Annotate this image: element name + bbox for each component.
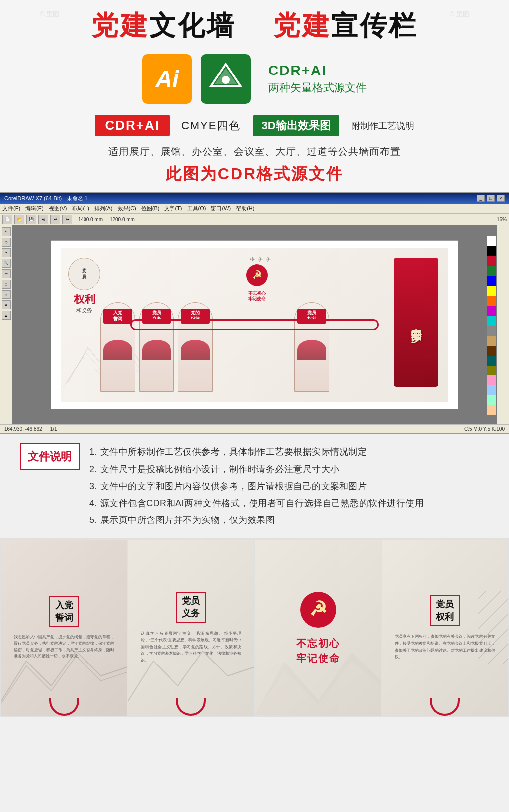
photo-4-title-box: 党员 权利 <box>430 595 460 626</box>
svg-line-16 <box>478 629 508 659</box>
photo-3-slogan: 不忘初心牢记使命 <box>296 636 340 665</box>
menu-file[interactable]: 文件(F) <box>2 205 20 212</box>
swatch-gold[interactable] <box>487 336 496 346</box>
birds-decoration: ✈ ✈ ✈ <box>250 255 271 263</box>
menu-effects[interactable]: 效果(C) <box>118 205 136 212</box>
menu-edit[interactable]: 编辑(E) <box>25 205 44 212</box>
fan-red-4 <box>297 340 326 360</box>
tb-save[interactable]: 💾 <box>26 215 36 224</box>
subtitle-row: 适用展厅、展馆、办公室、会议室、大厅、过道等公共墙面布置 <box>0 140 509 160</box>
photo-2-mountain <box>128 646 254 706</box>
badge-cdr-ai: CDR+AI <box>95 115 170 136</box>
photo-cell-2: 党员 义务 认真学习马克思列宁主义、毛泽东思想、邓小平理论、"三个代表"重要思想… <box>128 540 254 716</box>
tb-open[interactable]: 📂 <box>14 215 24 224</box>
canvas-wrapper: ↖ ◇ ✂ 🔍 ✏ □ ○ A ▲ <box>0 225 509 424</box>
tool-fill[interactable]: ▲ <box>2 311 11 320</box>
tool-crop[interactable]: ✂ <box>2 248 11 257</box>
panel-red-bottom-3 <box>181 340 210 360</box>
fan-panel-1: 入党誓词 <box>100 302 135 392</box>
swatch-gray[interactable] <box>487 326 496 336</box>
svg-line-14 <box>478 599 508 629</box>
fan-panels: 入党誓词 党员义务 <box>100 302 213 392</box>
panel-title-1: 入党誓词 <box>103 309 132 323</box>
swatch-orange[interactable] <box>487 296 496 306</box>
photo-1-subtitle: 誓词 <box>55 612 73 624</box>
photo-3-emblem: ☭ <box>298 590 338 632</box>
swatch-teal[interactable] <box>487 356 496 366</box>
close-btn[interactable]: × <box>497 195 505 202</box>
cdr-format-title: 此图为CDR格式源文件 <box>166 165 343 183</box>
swatch-pink[interactable] <box>487 375 496 385</box>
fan-panel-4-inner: 党员权利 <box>294 302 329 392</box>
swatch-cyan[interactable] <box>487 316 496 326</box>
format-title: CDR+AI <box>268 63 367 78</box>
swatch-black[interactable] <box>487 246 496 256</box>
swatch-lightblue[interactable] <box>487 385 496 395</box>
swatch-white[interactable] <box>487 236 496 246</box>
svg-point-3 <box>222 76 230 84</box>
photo-cell-1: 入党 誓词 我志愿加入中国共产党，拥护党的纲领，遵守党的章程，履行党员义务，执行… <box>1 540 127 716</box>
badge-craft: 附制作工艺说明 <box>351 120 414 132</box>
photo-2-bracket <box>176 698 206 716</box>
swatch-brown[interactable] <box>487 346 496 356</box>
screenshot-section: CorelDRAW X7 (64-Bit) - 未命名-1 _ □ × 文件(F… <box>0 192 509 434</box>
swatch-red[interactable] <box>487 256 496 266</box>
window-buttons: _ □ × <box>477 195 505 202</box>
title-part1: 党建 <box>91 10 149 40</box>
tb-undo[interactable]: ↩ <box>50 215 60 224</box>
tb-print[interactable]: 🖨 <box>38 215 48 224</box>
file-desc-badge: 文件说明 <box>20 443 80 470</box>
panel-lines-1 <box>105 328 130 338</box>
photo-1-content: 入党 誓词 我志愿加入中国共产党，拥护党的纲领，遵守党的章程，履行党员义务，执行… <box>1 540 127 716</box>
corel-title: CorelDRAW X7 (64-Bit) - 未命名-1 <box>4 195 88 202</box>
svg-line-19 <box>478 674 508 704</box>
file-desc-item-4: 4. 源文件包含CDR和AI两种文件格式，使用者可自行选择自己熟悉的软件进行使用 <box>89 495 489 512</box>
menu-text[interactable]: 文字(T) <box>164 205 182 212</box>
menu-tools[interactable]: 工具(O) <box>187 205 206 212</box>
cdr-icon <box>201 54 251 104</box>
tb-new[interactable]: 📄 <box>2 215 12 224</box>
tool-ellipse[interactable]: ○ <box>2 290 11 299</box>
tool-rect[interactable]: □ <box>2 280 11 289</box>
tb-redo[interactable]: ↪ <box>62 215 72 224</box>
menu-help[interactable]: 帮助(H) <box>236 205 254 212</box>
tool-freehand[interactable]: ✏ <box>2 269 11 278</box>
design-canvas: 党员 权利 和义务 <box>51 240 458 409</box>
swatch-mint[interactable] <box>487 395 496 405</box>
photo-4-subtitle: 权利 <box>436 611 454 623</box>
corel-window: CorelDRAW X7 (64-Bit) - 未命名-1 _ □ × 文件(F… <box>0 192 509 434</box>
menu-view[interactable]: 视图(V) <box>49 205 67 212</box>
photo-4-bracket <box>430 698 460 716</box>
swatch-blue[interactable] <box>487 276 496 286</box>
menu-layout[interactable]: 布局(L) <box>72 205 89 212</box>
tool-zoom[interactable]: 🔍 <box>2 259 11 268</box>
swatch-peach[interactable] <box>487 405 496 415</box>
swatch-olive[interactable] <box>487 366 496 375</box>
fan-panel-4: 党员权利 <box>294 302 329 392</box>
svg-line-17 <box>478 644 508 674</box>
tool-text[interactable]: A <box>2 300 11 309</box>
menu-arrange[interactable]: 排列(A) <box>94 205 113 212</box>
photo-2-title: 党员 <box>182 595 200 607</box>
corel-titlebar: CorelDRAW X7 (64-Bit) - 未命名-1 _ □ × <box>0 193 509 204</box>
tool-shape[interactable]: ◇ <box>2 238 11 247</box>
photo-1-title-box: 入党 誓词 <box>49 596 79 627</box>
svg-line-15 <box>478 614 508 644</box>
format-subtitle: 两种矢量格式源文件 <box>268 80 367 95</box>
h-bracket <box>130 319 379 330</box>
swatch-purple[interactable] <box>487 306 496 316</box>
maximize-btn[interactable]: □ <box>487 195 495 202</box>
menu-bitmap[interactable]: 位图(B) <box>141 205 160 212</box>
tool-select[interactable]: ↖ <box>2 227 11 236</box>
swatch-green[interactable] <box>487 266 496 276</box>
fan-panel-2: 党员义务 <box>139 302 174 392</box>
right-panel: 中国梦 <box>394 258 438 387</box>
fan-panel-3: 党的纪律 <box>178 302 213 392</box>
icon-text: CDR+AI 两种矢量格式源文件 <box>268 63 367 95</box>
minimize-btn[interactable]: _ <box>477 195 485 202</box>
menu-window[interactable]: 窗口(W) <box>211 205 231 212</box>
badge-3d: 3D输出效果图 <box>253 115 339 136</box>
badge-row: CDR+AI CMYE四色 3D输出效果图 附制作工艺说明 <box>0 110 509 140</box>
svg-line-11 <box>478 555 508 585</box>
swatch-yellow[interactable] <box>487 286 496 296</box>
